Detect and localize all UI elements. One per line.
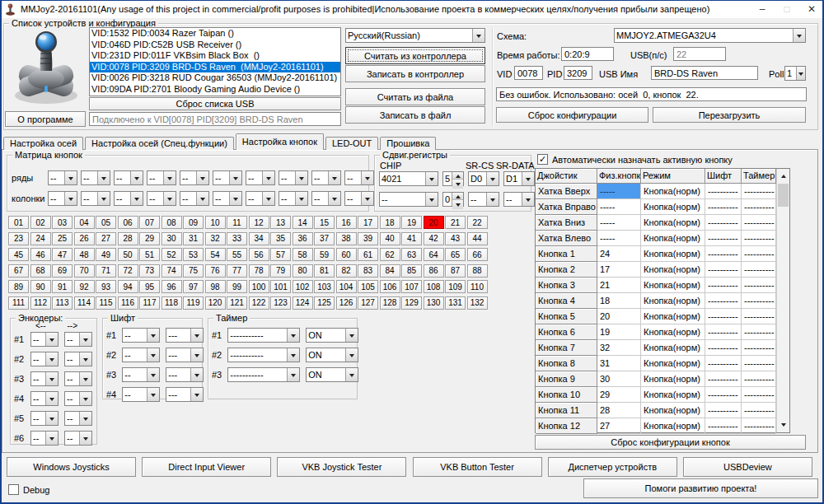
mode-cell[interactable]: Кнопка(норм): [641, 418, 705, 434]
timer-cell[interactable]: ----------: [742, 309, 776, 324]
grid-button-78[interactable]: 78: [249, 264, 269, 278]
timer-cell[interactable]: ----------: [742, 387, 776, 403]
encoder-cw-select[interactable]: --: [64, 332, 92, 347]
timer-cell[interactable]: ----------: [742, 293, 776, 309]
phys-button-cell[interactable]: 18: [597, 293, 641, 309]
tab-3[interactable]: LED-OUT: [325, 137, 378, 150]
grid-button-91[interactable]: 91: [52, 280, 73, 293]
shift-mode-select[interactable]: ---: [166, 328, 204, 343]
read-from-controller-button[interactable]: Считать из контроллера: [345, 47, 485, 64]
phys-button-cell[interactable]: 31: [597, 356, 641, 371]
grid-button-58[interactable]: 58: [293, 248, 313, 261]
grid-button-43[interactable]: 43: [445, 232, 466, 245]
grid-button-84[interactable]: 84: [380, 264, 400, 278]
grid-button-102[interactable]: 102: [293, 280, 313, 293]
timer-target-select[interactable]: -----------: [227, 348, 300, 362]
poll-select[interactable]: 1: [784, 66, 806, 81]
grid-button-08[interactable]: 08: [162, 216, 182, 229]
grid-button-44[interactable]: 44: [467, 232, 488, 245]
grid-button-13[interactable]: 13: [270, 216, 291, 229]
shift-mode-select[interactable]: ---: [166, 387, 204, 402]
grid-button-50[interactable]: 50: [118, 248, 138, 261]
shift-cell[interactable]: ----------: [705, 215, 742, 231]
grid-button-38[interactable]: 38: [336, 232, 357, 245]
tab-4[interactable]: Прошивка: [380, 137, 436, 150]
matrix-row-select[interactable]: --: [180, 170, 209, 185]
joystick-cell[interactable]: Кнопка 3: [536, 278, 597, 293]
grid-button-92[interactable]: 92: [74, 280, 95, 293]
mode-cell[interactable]: Кнопка(норм): [641, 356, 705, 371]
grid-button-109[interactable]: 109: [445, 280, 466, 293]
timer-cell[interactable]: ----------: [742, 340, 776, 356]
grid-button-129[interactable]: 129: [401, 296, 422, 310]
phys-button-cell[interactable]: 32: [597, 340, 641, 356]
matrix-row-select[interactable]: --: [246, 170, 275, 185]
joystick-cell[interactable]: Хатка Вниз: [536, 215, 597, 231]
grid-button-55[interactable]: 55: [227, 248, 247, 261]
footer-button-1[interactable]: Direct Input Viewer: [142, 457, 271, 477]
grid-button-70[interactable]: 70: [74, 264, 95, 278]
grid-button-96[interactable]: 96: [162, 280, 182, 293]
mode-cell[interactable]: Кнопка(норм): [641, 309, 705, 324]
grid-button-87[interactable]: 87: [445, 264, 466, 278]
grid-button-77[interactable]: 77: [227, 264, 247, 278]
joystick-cell[interactable]: Кнопка 2: [536, 262, 597, 278]
grid-button-72[interactable]: 72: [118, 264, 138, 278]
encoder-ccw-select[interactable]: --: [30, 391, 59, 406]
grid-button-26[interactable]: 26: [74, 232, 95, 245]
device-list[interactable]: VID:1532 PID:0034 Razer Taipan ()VID:046…: [89, 27, 341, 96]
phys-button-cell[interactable]: -----: [597, 184, 641, 199]
grid-button-122[interactable]: 122: [249, 296, 269, 310]
sr-count-stepper[interactable]: 0: [442, 192, 464, 207]
phys-button-cell[interactable]: 17: [597, 262, 641, 278]
footer-button-4[interactable]: Диспетчер устройств: [548, 457, 677, 477]
scroll-down-icon[interactable]: [777, 419, 789, 432]
table-scrollbar[interactable]: [776, 169, 789, 432]
grid-button-24[interactable]: 24: [30, 232, 51, 245]
grid-button-124[interactable]: 124: [293, 296, 313, 310]
grid-button-47[interactable]: 47: [52, 248, 73, 261]
debug-checkbox[interactable]: Debug: [8, 484, 49, 495]
grid-button-126[interactable]: 126: [336, 296, 357, 310]
joystick-cell[interactable]: Кнопка 10: [536, 387, 597, 403]
grid-button-65[interactable]: 65: [445, 248, 466, 261]
timer-cell[interactable]: ----------: [742, 278, 776, 293]
footer-button-5[interactable]: USBDeview: [683, 457, 812, 477]
grid-button-114[interactable]: 114: [74, 296, 95, 310]
matrix-row-select[interactable]: --: [344, 170, 374, 185]
matrix-row-select[interactable]: --: [311, 170, 341, 185]
grid-button-71[interactable]: 71: [96, 264, 116, 278]
phys-button-cell[interactable]: -----: [597, 199, 641, 215]
shift-button-select[interactable]: --: [122, 367, 160, 382]
shift-button-select[interactable]: --: [122, 387, 160, 402]
grid-button-103[interactable]: 103: [314, 280, 335, 293]
mode-cell[interactable]: Кнопка(норм): [641, 246, 705, 262]
grid-button-94[interactable]: 94: [118, 280, 138, 293]
shift-mode-select[interactable]: ---: [166, 348, 204, 362]
joystick-cell[interactable]: Кнопка 5: [536, 309, 597, 324]
timer-cell[interactable]: ----------: [742, 262, 776, 278]
grid-button-118[interactable]: 118: [162, 296, 182, 310]
grid-button-31[interactable]: 31: [183, 232, 204, 245]
grid-button-74[interactable]: 74: [162, 264, 182, 278]
grid-button-108[interactable]: 108: [424, 280, 444, 293]
grid-button-127[interactable]: 127: [358, 296, 378, 310]
sr-cs-select[interactable]: --: [468, 192, 499, 207]
device-list-item[interactable]: VID:0078 PID:3209 BRD-DS Raven (MMJoy2-2…: [90, 62, 340, 73]
grid-button-123[interactable]: 123: [270, 296, 291, 310]
shift-cell[interactable]: ----------: [705, 371, 742, 387]
timer-target-select[interactable]: -----------: [227, 328, 300, 343]
grid-button-07[interactable]: 07: [139, 216, 160, 229]
grid-button-111[interactable]: 111: [8, 296, 29, 310]
grid-button-63[interactable]: 63: [401, 248, 422, 261]
reset-buttons-config-button[interactable]: Сброс конфигурации кнопок: [535, 435, 806, 450]
joystick-cell[interactable]: Кнопка 6: [536, 324, 597, 340]
auto-assign-checkbox[interactable]: ✓ Автоматически назначать активную кнопк…: [537, 154, 733, 165]
mode-cell[interactable]: Кнопка(норм): [641, 324, 705, 340]
phys-button-cell[interactable]: 19: [597, 324, 641, 340]
reboot-button[interactable]: Перезагрузить: [653, 107, 806, 123]
write-to-file-button[interactable]: Записать в файл: [345, 106, 485, 124]
grid-button-02[interactable]: 02: [30, 216, 51, 229]
matrix-row-select[interactable]: --: [147, 170, 176, 185]
grid-button-37[interactable]: 37: [314, 232, 335, 245]
